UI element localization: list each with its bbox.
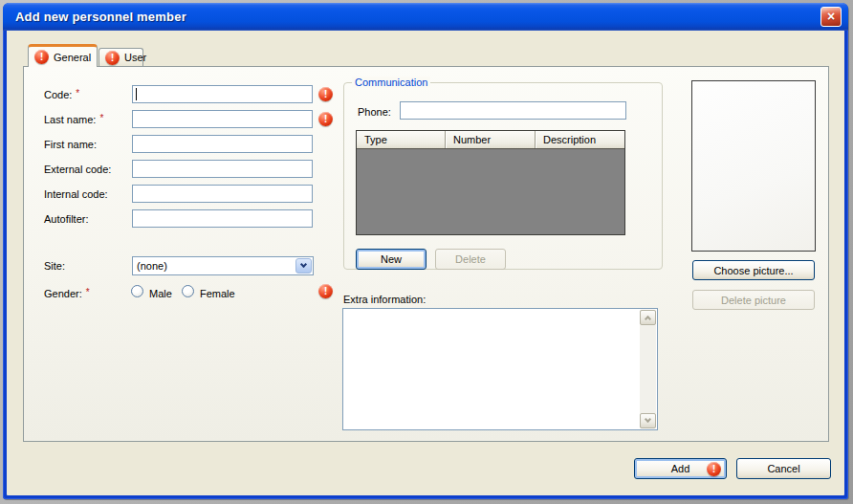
table-header-row: Type Number Description	[357, 131, 624, 149]
delete-button[interactable]: Delete	[435, 249, 506, 270]
tab-panel-general: Code:* ! Last name:* ! First name: Exter…	[23, 66, 829, 442]
communication-groupbox: Communication Phone: Type Number Descrip…	[343, 82, 663, 270]
chevron-down-icon	[645, 416, 651, 423]
choose-picture-button[interactable]: Choose picture...	[692, 260, 815, 280]
required-marker: *	[86, 287, 90, 297]
vertical-scrollbar[interactable]	[640, 310, 656, 428]
extra-information-textarea[interactable]	[342, 308, 658, 430]
titlebar: Add new personnel member ×	[3, 3, 848, 31]
phone-input[interactable]	[400, 101, 626, 120]
chevron-down-icon	[300, 261, 307, 268]
close-button[interactable]: ×	[820, 7, 842, 27]
phone-label: Phone:	[358, 106, 391, 118]
site-select-dropdown-button[interactable]	[295, 258, 312, 274]
gender-label: Gender:*	[44, 288, 90, 299]
window-title: Add new personnel member	[3, 10, 186, 24]
communication-table: Type Number Description	[356, 130, 625, 235]
first-name-label: First name:	[44, 139, 97, 150]
site-label: Site:	[44, 260, 65, 272]
picture-placeholder	[691, 80, 816, 252]
code-input[interactable]	[132, 85, 313, 103]
warning-icon: !	[318, 87, 333, 101]
gender-radio-female[interactable]	[182, 285, 194, 297]
add-button-label: Add	[671, 463, 690, 474]
warning-icon: !	[318, 284, 333, 298]
internal-code-input[interactable]	[132, 185, 313, 203]
gender-male-label: Male	[149, 288, 172, 299]
delete-button-label: Delete	[455, 253, 486, 265]
scroll-up-button[interactable]	[640, 310, 656, 325]
communication-groupbox-title: Communication	[352, 77, 430, 88]
site-select-value: (none)	[133, 260, 295, 272]
external-code-input[interactable]	[132, 160, 313, 178]
new-button-label: New	[381, 253, 402, 265]
add-button[interactable]: Add !	[634, 458, 727, 479]
tab-general-label: General	[54, 52, 91, 63]
scroll-down-button[interactable]	[640, 413, 656, 428]
last-name-input[interactable]	[132, 110, 313, 128]
gender-female-label: Female	[200, 288, 235, 299]
warning-icon: !	[707, 462, 721, 476]
first-name-input[interactable]	[132, 135, 313, 153]
extra-information-label: Extra information:	[343, 294, 426, 305]
gender-radio-male[interactable]	[131, 285, 143, 297]
cancel-button[interactable]: Cancel	[736, 458, 831, 479]
cancel-button-label: Cancel	[767, 463, 799, 474]
internal-code-label: Internal code:	[44, 188, 108, 200]
tab-general[interactable]: ! General	[28, 44, 98, 67]
delete-picture-button[interactable]: Delete picture	[692, 290, 815, 310]
new-button[interactable]: New	[356, 249, 426, 270]
external-code-label: External code:	[44, 164, 111, 175]
dialog-window: Add new personnel member × ! General ! U…	[0, 0, 853, 504]
text-caret	[136, 88, 137, 100]
table-body-empty	[357, 149, 624, 234]
close-icon: ×	[827, 10, 835, 23]
delete-picture-label: Delete picture	[721, 295, 786, 306]
warning-icon: !	[105, 51, 120, 65]
warning-icon: !	[318, 112, 333, 126]
site-select[interactable]: (none)	[132, 256, 314, 275]
tab-user[interactable]: ! User	[98, 48, 143, 66]
window-frame: Add new personnel member × ! General ! U…	[3, 3, 848, 499]
required-marker: *	[99, 113, 103, 123]
required-marker: *	[76, 88, 79, 99]
choose-picture-label: Choose picture...	[713, 265, 793, 276]
code-label: Code:*	[44, 89, 79, 100]
column-header-number[interactable]: Number	[445, 131, 535, 148]
warning-icon: !	[34, 50, 49, 64]
tab-user-label: User	[124, 52, 146, 63]
autofilter-input[interactable]	[132, 209, 313, 228]
column-header-type[interactable]: Type	[357, 131, 445, 148]
last-name-label: Last name:*	[44, 114, 103, 125]
chevron-up-icon	[645, 316, 651, 322]
autofilter-label: Autofilter:	[44, 213, 88, 225]
dialog-body: ! General ! User Code:* ! Last name:* ! …	[7, 31, 844, 495]
column-header-description[interactable]: Description	[535, 131, 624, 148]
